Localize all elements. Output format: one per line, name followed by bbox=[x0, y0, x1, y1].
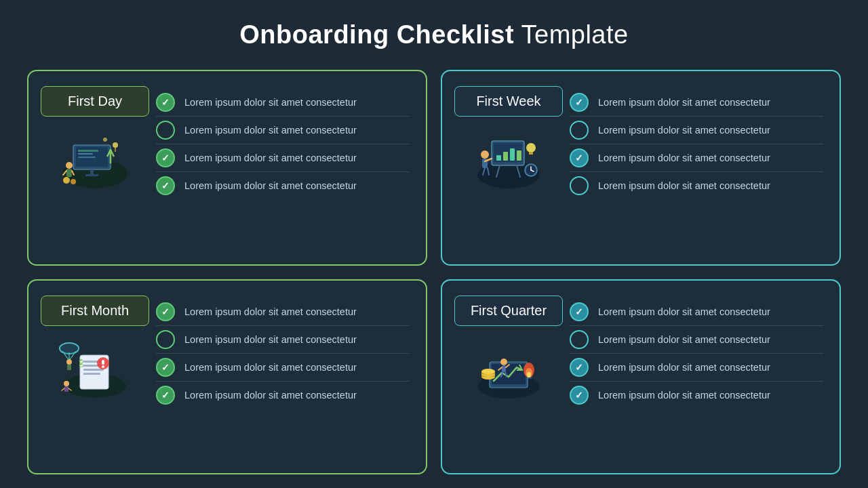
svg-rect-42 bbox=[83, 369, 104, 371]
card-first-day: First Day bbox=[27, 70, 427, 266]
svg-rect-33 bbox=[529, 152, 533, 155]
check-icon-outline-teal bbox=[570, 330, 589, 349]
check-text: Lorem ipsum dolor sit amet consectetur bbox=[184, 362, 357, 373]
svg-point-15 bbox=[113, 142, 118, 148]
checklist-item: Lorem ipsum dolor sit amet consectetur bbox=[156, 382, 410, 409]
svg-rect-4 bbox=[78, 153, 93, 155]
card-left-first-quarter: First Quarter bbox=[454, 296, 563, 398]
checklist-item: Lorem ipsum dolor sit amet consectetur bbox=[570, 117, 823, 144]
svg-point-8 bbox=[66, 162, 73, 169]
check-icon-filled-teal bbox=[570, 148, 589, 167]
svg-point-50 bbox=[60, 343, 79, 354]
check-text: Lorem ipsum dolor sit amet consectetur bbox=[184, 125, 357, 136]
svg-point-68 bbox=[481, 369, 495, 374]
svg-point-72 bbox=[500, 359, 507, 365]
svg-point-56 bbox=[64, 381, 69, 386]
check-icon-filled-green bbox=[156, 302, 175, 321]
checklist-first-week: Lorem ipsum dolor sit amet consectetur L… bbox=[570, 86, 823, 199]
check-text: Lorem ipsum dolor sit amet consectetur bbox=[598, 334, 770, 345]
check-text: Lorem ipsum dolor sit amet consectetur bbox=[184, 306, 357, 317]
check-icon-filled-green bbox=[156, 358, 175, 377]
checklist-first-month: Lorem ipsum dolor sit amet consectetur L… bbox=[156, 296, 410, 409]
checklist-item: Lorem ipsum dolor sit amet consectetur bbox=[570, 354, 823, 382]
check-text: Lorem ipsum dolor sit amet consectetur bbox=[598, 390, 770, 401]
card-label-first-quarter: First Quarter bbox=[454, 296, 563, 326]
svg-rect-21 bbox=[496, 155, 501, 161]
check-icon-filled-teal bbox=[570, 386, 589, 405]
svg-rect-6 bbox=[90, 169, 94, 174]
checklist-item: Lorem ipsum dolor sit amet consectetur bbox=[570, 382, 823, 409]
svg-point-17 bbox=[103, 138, 107, 142]
title-regular: Template bbox=[514, 20, 629, 49]
svg-rect-73 bbox=[502, 365, 506, 372]
check-icon-filled-green bbox=[156, 93, 175, 112]
svg-point-54 bbox=[66, 359, 72, 365]
checklist-item: Lorem ipsum dolor sit amet consectetur bbox=[156, 117, 410, 144]
svg-rect-43 bbox=[83, 373, 100, 375]
svg-rect-9 bbox=[66, 169, 72, 177]
cards-grid: First Day bbox=[27, 70, 841, 474]
check-icon-outline-teal bbox=[570, 121, 589, 140]
check-icon-filled-teal bbox=[570, 358, 589, 377]
card-first-week: First Week bbox=[441, 70, 841, 266]
card-first-quarter: First Quarter bbox=[441, 279, 841, 475]
check-icon-outline-green bbox=[156, 121, 175, 140]
checklist-first-day: Lorem ipsum dolor sit amet consectetur L… bbox=[156, 86, 410, 199]
check-text: Lorem ipsum dolor sit amet consectetur bbox=[184, 97, 357, 108]
svg-rect-57 bbox=[64, 386, 68, 392]
check-text: Lorem ipsum dolor sit amet consectetur bbox=[598, 362, 770, 373]
check-text: Lorem ipsum dolor sit amet consectetur bbox=[598, 306, 770, 317]
checklist-item: Lorem ipsum dolor sit amet consectetur bbox=[570, 144, 823, 172]
illustration-first-quarter bbox=[468, 337, 549, 398]
check-text: Lorem ipsum dolor sit amet consectetur bbox=[184, 390, 357, 401]
checklist-item: Lorem ipsum dolor sit amet consectetur bbox=[156, 326, 410, 354]
svg-point-14 bbox=[71, 179, 76, 184]
check-text: Lorem ipsum dolor sit amet consectetur bbox=[184, 152, 357, 163]
check-icon-outline-green bbox=[156, 330, 175, 349]
illustration-first-week bbox=[468, 127, 549, 188]
check-text: Lorem ipsum dolor sit amet consectetur bbox=[184, 334, 357, 345]
page-title: Onboarding Checklist Template bbox=[239, 20, 628, 49]
check-icon-filled-green bbox=[156, 148, 175, 167]
card-left-first-month: First Month bbox=[41, 296, 149, 398]
svg-rect-55 bbox=[67, 365, 71, 370]
card-left-first-day: First Day bbox=[41, 86, 149, 188]
check-text: Lorem ipsum dolor sit amet consectetur bbox=[598, 152, 770, 163]
card-left-first-week: First Week bbox=[454, 86, 563, 188]
checklist-first-quarter: Lorem ipsum dolor sit amet consectetur L… bbox=[570, 296, 823, 409]
card-first-month: First Month bbox=[27, 279, 427, 475]
checklist-item: Lorem ipsum dolor sit amet consectetur bbox=[570, 298, 823, 326]
svg-rect-22 bbox=[503, 152, 508, 161]
card-label-first-day: First Day bbox=[41, 86, 149, 117]
svg-point-32 bbox=[526, 143, 536, 152]
card-label-first-month: First Month bbox=[41, 296, 149, 326]
check-text: Lorem ipsum dolor sit amet consectetur bbox=[598, 125, 770, 136]
svg-rect-3 bbox=[78, 150, 98, 152]
check-text: Lorem ipsum dolor sit amet consectetur bbox=[598, 97, 770, 108]
check-icon-filled-green bbox=[156, 386, 175, 405]
svg-point-71 bbox=[527, 372, 531, 378]
check-text: Lorem ipsum dolor sit amet consectetur bbox=[184, 180, 357, 191]
check-icon-filled-teal bbox=[570, 302, 589, 321]
title-bold: Onboarding Checklist bbox=[239, 20, 514, 49]
checklist-item: Lorem ipsum dolor sit amet consectetur bbox=[570, 89, 823, 117]
checklist-item: Lorem ipsum dolor sit amet consectetur bbox=[156, 89, 410, 117]
check-icon-filled-green bbox=[156, 176, 175, 195]
svg-point-27 bbox=[481, 150, 489, 159]
illustration-first-month bbox=[54, 337, 136, 398]
checklist-item: Lorem ipsum dolor sit amet consectetur bbox=[156, 144, 410, 172]
checklist-item: Lorem ipsum dolor sit amet consectetur bbox=[156, 298, 410, 326]
svg-rect-5 bbox=[78, 157, 96, 158]
card-label-first-week: First Week bbox=[454, 86, 563, 117]
checklist-item: Lorem ipsum dolor sit amet consectetur bbox=[156, 172, 410, 199]
checklist-item: Lorem ipsum dolor sit amet consectetur bbox=[156, 354, 410, 382]
svg-line-58 bbox=[62, 388, 64, 390]
check-text: Lorem ipsum dolor sit amet consectetur bbox=[598, 180, 770, 191]
svg-point-13 bbox=[63, 177, 70, 184]
checklist-item: Lorem ipsum dolor sit amet consectetur bbox=[570, 172, 823, 199]
svg-rect-23 bbox=[510, 148, 515, 161]
svg-rect-7 bbox=[85, 174, 98, 176]
check-icon-outline-teal bbox=[570, 176, 589, 195]
svg-rect-47 bbox=[102, 360, 104, 365]
check-icon-filled-teal bbox=[570, 93, 589, 112]
